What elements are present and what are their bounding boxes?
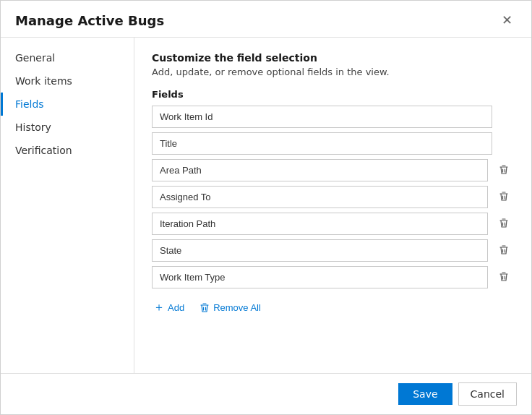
dialog-header: Manage Active Bugs ✕ [1, 1, 531, 38]
field-input-work-item-id[interactable] [152, 106, 492, 128]
field-input-assigned-to[interactable] [152, 186, 488, 208]
remove-all-label: Remove All [213, 302, 261, 313]
field-row-state [152, 239, 514, 262]
delete-iteration-path-button[interactable] [494, 215, 514, 234]
fields-label: Fields [152, 89, 514, 100]
add-field-button[interactable]: ＋ Add [152, 297, 186, 318]
plus-icon: ＋ [153, 300, 165, 315]
dialog-footer: Save Cancel [1, 373, 531, 414]
close-button[interactable]: ✕ [497, 12, 517, 28]
section-title: Customize the field selection [152, 52, 514, 64]
sidebar-item-general[interactable]: General [1, 46, 134, 69]
section-subtitle: Add, update, or remove optional fields i… [152, 67, 514, 77]
dialog-title: Manage Active Bugs [15, 13, 164, 28]
field-input-state[interactable] [152, 239, 488, 262]
field-input-title[interactable] [152, 132, 492, 155]
manage-active-bugs-dialog: Manage Active Bugs ✕ General Work items … [0, 0, 532, 415]
remove-all-button[interactable]: Remove All [197, 299, 262, 317]
field-row-area-path [152, 159, 514, 181]
save-button[interactable]: Save [398, 383, 452, 405]
field-row-iteration-path [152, 213, 514, 235]
field-row-work-item-id [152, 106, 514, 128]
delete-work-item-type-button[interactable] [494, 268, 514, 287]
field-input-area-path[interactable] [152, 159, 488, 181]
sidebar-item-history[interactable]: History [1, 116, 134, 139]
sidebar-item-work-items[interactable]: Work items [1, 69, 134, 93]
sidebar-item-verification[interactable]: Verification [1, 139, 134, 162]
delete-area-path-button[interactable] [494, 161, 514, 180]
remove-all-icon [199, 302, 210, 314]
cancel-button[interactable]: Cancel [458, 382, 517, 406]
add-label: Add [168, 302, 184, 313]
field-input-work-item-type[interactable] [152, 266, 488, 288]
actions-row: ＋ Add Remove All [152, 297, 514, 318]
field-row-work-item-type [152, 266, 514, 288]
field-row-assigned-to [152, 186, 514, 208]
sidebar-item-fields[interactable]: Fields [1, 93, 134, 116]
sidebar: General Work items Fields History Verifi… [1, 38, 134, 373]
field-row-title [152, 132, 514, 155]
delete-state-button[interactable] [494, 241, 514, 260]
delete-assigned-to-button[interactable] [494, 188, 514, 207]
dialog-body: General Work items Fields History Verifi… [1, 38, 531, 373]
main-content: Customize the field selection Add, updat… [134, 38, 531, 373]
field-input-iteration-path[interactable] [152, 213, 488, 235]
